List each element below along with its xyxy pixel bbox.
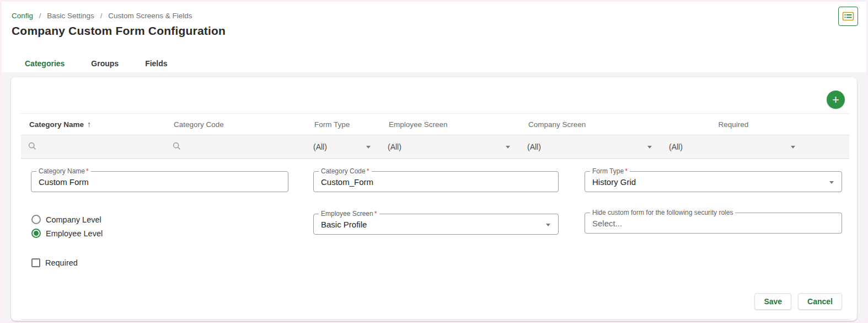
dropdown-caret-icon xyxy=(506,146,510,149)
column-header-form-type[interactable]: Form Type xyxy=(306,120,381,129)
category-table: Category Name↑ Category Code Form Type E… xyxy=(21,113,849,159)
checkbox-label: Required xyxy=(45,258,78,267)
breadcrumb-config[interactable]: Config xyxy=(12,12,33,20)
category-name-input[interactable] xyxy=(31,172,288,192)
grid-bottom-border xyxy=(21,319,849,320)
breadcrumb-current: Custom Screens & Fields xyxy=(108,12,192,20)
filter-value: (All) xyxy=(669,142,791,151)
breadcrumb-separator: / xyxy=(39,12,41,20)
employee-screen-value: Basic Profile xyxy=(321,214,367,234)
filter-category-name-input[interactable] xyxy=(41,142,156,151)
sort-asc-icon: ↑ xyxy=(87,120,91,129)
column-header-employee-screen[interactable]: Employee Screen xyxy=(381,120,520,129)
filter-value: (All) xyxy=(313,142,366,151)
category-code-input[interactable] xyxy=(314,172,558,192)
filter-value: (All) xyxy=(388,142,506,151)
list-card-icon xyxy=(842,12,854,21)
form-type-value: History Grid xyxy=(592,172,636,192)
radio-checked-icon xyxy=(31,229,41,238)
checkbox-unchecked-icon xyxy=(31,258,40,267)
cancel-button[interactable]: Cancel xyxy=(798,293,842,310)
employee-level-radio[interactable]: Employee Level xyxy=(31,226,103,240)
categories-card: + Category Name↑ Category Code Form Type… xyxy=(11,77,857,321)
level-radio-group: Company Level Employee Level xyxy=(31,213,103,240)
plus-icon: + xyxy=(832,94,839,106)
search-icon xyxy=(28,142,36,152)
filter-employee-screen-select[interactable]: (All) xyxy=(381,135,520,158)
dropdown-caret-icon xyxy=(366,146,371,149)
hide-security-roles-select[interactable]: Hide custom form for the following secur… xyxy=(585,213,842,234)
dropdown-caret-icon xyxy=(829,181,834,184)
category-name-field[interactable]: Category Name* xyxy=(31,171,288,192)
employee-screen-select[interactable]: Employee Screen* Basic Profile xyxy=(313,214,559,235)
table-header-row: Category Name↑ Category Code Form Type E… xyxy=(21,113,849,135)
radio-label: Employee Level xyxy=(46,229,103,238)
details-view-button[interactable] xyxy=(838,7,858,26)
column-label: Category Name xyxy=(29,120,84,129)
dropdown-caret-icon xyxy=(791,146,795,149)
dropdown-caret-icon xyxy=(647,146,652,149)
column-header-required[interactable]: Required xyxy=(662,120,805,129)
radio-label: Company Level xyxy=(46,215,101,224)
add-category-button[interactable]: + xyxy=(827,91,845,109)
column-header-category-code[interactable]: Category Code xyxy=(165,120,306,129)
filter-company-screen-select[interactable]: (All) xyxy=(520,135,662,158)
filter-required-select[interactable]: (All) xyxy=(662,135,805,158)
column-header-category-name[interactable]: Category Name↑ xyxy=(21,120,165,129)
filter-value: (All) xyxy=(527,142,647,151)
breadcrumb-separator: / xyxy=(100,12,103,20)
required-checkbox-row[interactable]: Required xyxy=(31,258,78,267)
filter-category-code xyxy=(165,135,306,158)
form-actions: Save Cancel xyxy=(754,293,842,310)
grid-scrollbar-track xyxy=(857,114,858,319)
filter-category-name xyxy=(21,135,165,158)
table-filter-row: (All) (All) (All) (All) xyxy=(21,135,849,159)
page: Config / Basic Settings / Custom Screens… xyxy=(2,2,866,321)
filter-category-code-input[interactable] xyxy=(185,142,296,151)
column-header-company-screen[interactable]: Company Screen xyxy=(520,120,662,129)
filter-form-type-select[interactable]: (All) xyxy=(306,135,381,158)
breadcrumb: Config / Basic Settings / Custom Screens… xyxy=(12,12,192,20)
form-type-select[interactable]: Form Type* History Grid xyxy=(585,171,842,192)
breadcrumb-basic-settings[interactable]: Basic Settings xyxy=(47,12,94,20)
save-button[interactable]: Save xyxy=(754,293,791,310)
radio-unchecked-icon xyxy=(31,215,41,224)
dropdown-caret-icon xyxy=(546,224,550,226)
page-title: Company Custom Form Configuration xyxy=(12,24,226,38)
company-level-radio[interactable]: Company Level xyxy=(31,213,103,226)
hide-security-roles-placeholder: Select... xyxy=(592,213,622,233)
category-code-field[interactable]: Category Code* xyxy=(313,171,559,192)
required-asterisk: * xyxy=(374,210,377,218)
search-icon xyxy=(173,142,181,152)
